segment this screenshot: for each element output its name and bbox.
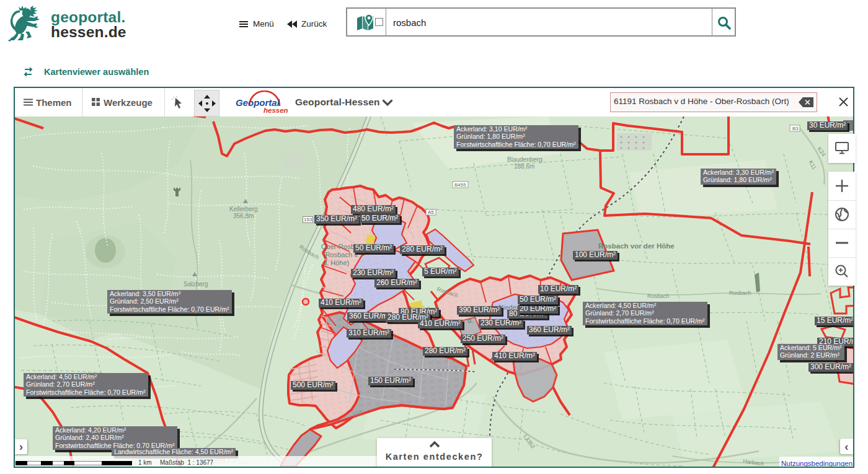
svg-text:Rosbach: Rosbach (647, 293, 670, 299)
svg-text:Salzberg: Salzberg (184, 281, 208, 287)
svg-text:Rosbach vor der Höhe: Rosbach vor der Höhe (598, 242, 675, 250)
svg-text:Kellerberg: Kellerberg (229, 206, 258, 213)
svg-text:B455: B455 (454, 182, 466, 188)
svg-text:A5: A5 (428, 209, 434, 215)
svg-text:356,8m: 356,8m (233, 213, 254, 219)
svg-text:Blaudenberg: Blaudenberg (507, 156, 542, 163)
svg-text:Rosbach: Rosbach (729, 290, 751, 296)
svg-text:hessen: hessen (264, 107, 288, 114)
svg-text:188,6m: 188,6m (514, 163, 534, 170)
svg-text:d.: d. (467, 317, 473, 324)
svg-text:B3: B3 (792, 126, 799, 131)
svg-text:d. Höhe): d. Höhe) (323, 259, 349, 266)
